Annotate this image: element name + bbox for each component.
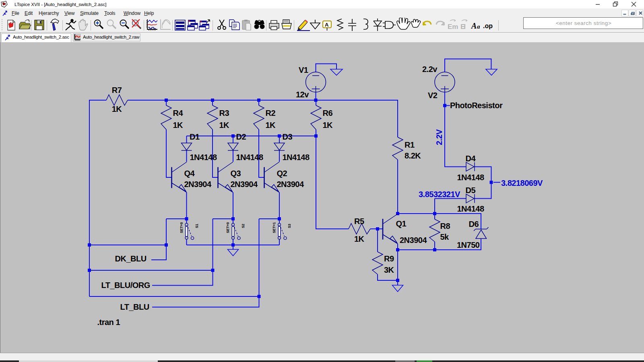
- svg-text:S2: S2: [241, 224, 245, 228]
- svg-text:12v: 12v: [296, 90, 309, 99]
- svg-text:S1: S1: [195, 224, 199, 228]
- svg-text:1K: 1K: [323, 121, 333, 130]
- svg-text:E: E: [461, 23, 466, 31]
- svg-text:LT_BLU: LT_BLU: [120, 302, 149, 311]
- svg-text:1N4148: 1N4148: [457, 173, 484, 182]
- svg-text:A: A: [325, 22, 329, 28]
- svg-text:D2: D2: [236, 132, 246, 141]
- svg-text:D3: D3: [283, 132, 293, 141]
- svg-text:SET=1: SET=1: [272, 222, 276, 233]
- svg-text:2.2V: 2.2V: [435, 129, 444, 145]
- svg-text:3.8532321V: 3.8532321V: [419, 190, 460, 199]
- svg-text:R2: R2: [266, 109, 276, 117]
- svg-text:R9: R9: [384, 254, 394, 263]
- svg-text:1N4148: 1N4148: [283, 153, 310, 162]
- svg-text:D5: D5: [466, 186, 476, 195]
- svg-text:R7: R7: [112, 86, 122, 95]
- svg-text:R8: R8: [440, 222, 450, 230]
- svg-text:R3: R3: [219, 109, 229, 117]
- svg-text:R1: R1: [405, 140, 415, 149]
- svg-text:Q2: Q2: [277, 169, 287, 178]
- svg-text:a: a: [477, 23, 480, 30]
- svg-text:DK_BLU: DK_BLU: [115, 254, 147, 263]
- svg-text:Q3: Q3: [231, 169, 241, 178]
- svg-text:1K: 1K: [354, 234, 365, 243]
- svg-text:.op: .op: [483, 23, 493, 29]
- svg-text:2N3904: 2N3904: [277, 180, 304, 189]
- svg-text:D4: D4: [466, 154, 476, 163]
- svg-text:S3: S3: [287, 224, 291, 228]
- svg-text:2.2v: 2.2v: [422, 65, 438, 74]
- svg-text:SET=0: SET=0: [180, 222, 184, 233]
- svg-text:2N3904: 2N3904: [231, 180, 258, 189]
- svg-text:1N4148: 1N4148: [236, 153, 263, 162]
- svg-text:A: A: [471, 21, 477, 30]
- svg-text:R5: R5: [354, 217, 364, 226]
- svg-text:Em: Em: [448, 23, 458, 31]
- svg-text:1K: 1K: [112, 105, 122, 113]
- svg-text:3K: 3K: [384, 265, 394, 274]
- svg-text:Q1: Q1: [396, 219, 407, 228]
- svg-text:1K: 1K: [219, 121, 230, 130]
- svg-text:3.8218069V: 3.8218069V: [501, 179, 543, 187]
- svg-text:.tran 1: .tran 1: [97, 318, 120, 327]
- svg-text:5k: 5k: [440, 232, 450, 241]
- svg-text:1K: 1K: [266, 121, 276, 130]
- svg-text:R6: R6: [323, 109, 333, 117]
- svg-text:D1: D1: [190, 132, 200, 141]
- svg-text:2N3904: 2N3904: [184, 180, 212, 189]
- svg-text:R4: R4: [173, 109, 184, 117]
- svg-text:V2: V2: [428, 91, 438, 100]
- svg-text:2N3904: 2N3904: [400, 236, 427, 245]
- svg-text:1N4148: 1N4148: [457, 204, 484, 213]
- svg-text:SET=0: SET=0: [226, 222, 230, 233]
- svg-text:D6: D6: [469, 220, 479, 228]
- svg-text:V1: V1: [299, 66, 308, 74]
- svg-text:1K: 1K: [173, 121, 184, 130]
- svg-text:Q4: Q4: [184, 169, 195, 178]
- svg-text:PhotoResistor: PhotoResistor: [450, 101, 503, 110]
- svg-text:1N750: 1N750: [457, 241, 480, 249]
- svg-text:1N4148: 1N4148: [190, 153, 217, 162]
- svg-text:8.2K: 8.2K: [405, 151, 421, 160]
- svg-text:LT_BLU/ORG: LT_BLU/ORG: [101, 281, 150, 290]
